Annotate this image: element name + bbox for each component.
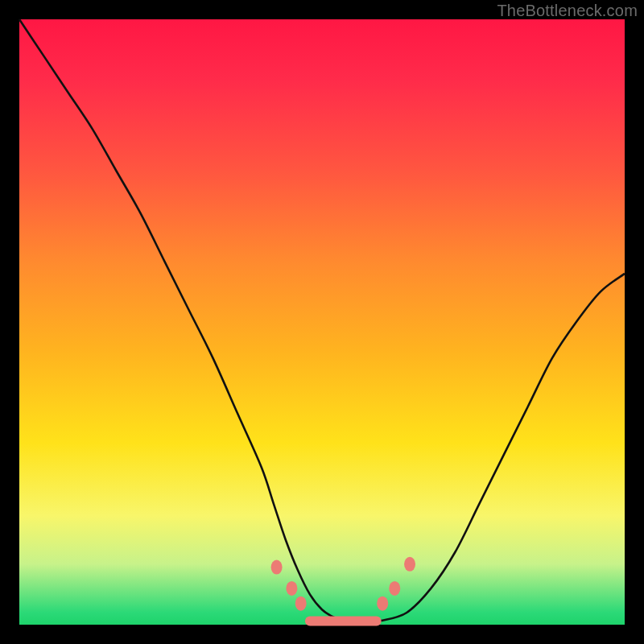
curve-marker-dot xyxy=(286,581,297,596)
curve-marker-dot xyxy=(404,557,415,572)
curve-marker-dot xyxy=(377,597,388,611)
bottleneck-curve xyxy=(19,19,625,621)
chart-svg xyxy=(19,19,625,625)
curve-marker-dot xyxy=(271,560,283,575)
curve-marker-dot xyxy=(389,581,400,596)
watermark-text: TheBottleneck.com xyxy=(497,2,638,20)
chart-frame: TheBottleneck.com xyxy=(0,0,644,644)
plot-area xyxy=(19,19,625,625)
curve-marker-dot xyxy=(295,597,307,611)
curve-markers xyxy=(271,557,415,611)
